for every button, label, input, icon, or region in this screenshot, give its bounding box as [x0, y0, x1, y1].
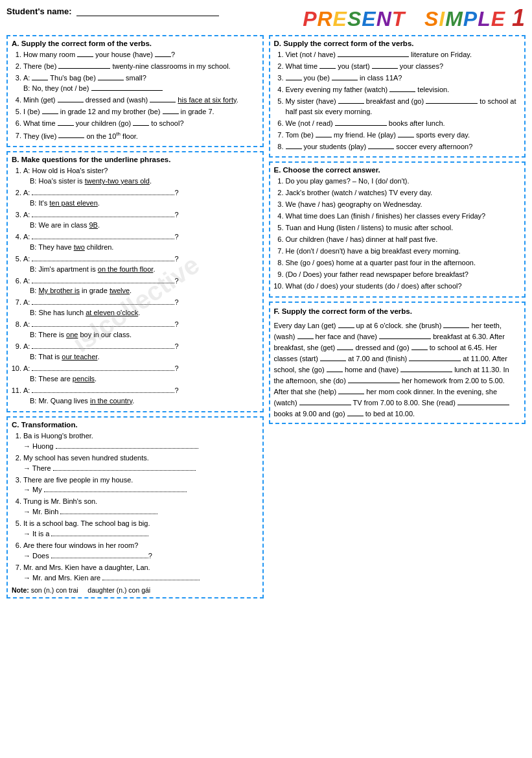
right-column: D. Supply the correct form of the verbs.… [266, 35, 526, 602]
section-b: B. Make questions for the underline phra… [6, 151, 264, 412]
list-item: We (not / read) books after lunch. [286, 119, 521, 129]
section-d-title: D. Supply the correct form of the verbs. [274, 40, 521, 47]
list-item: (Do / Does) your father read newspaper b… [286, 270, 521, 280]
list-item: A: ? B: These are pencils. [23, 364, 259, 385]
list-item: How many room your house (have) ? [23, 50, 259, 60]
list-item: A: ? B: Mr. Quang lives in the country. [23, 386, 259, 407]
page-title: PRESENT SIMPLE 1 [303, 6, 526, 30]
list-item: Ba is Huong's brother. → Huong [23, 431, 259, 452]
section-f-title: F. Supply the correct form of the verbs. [274, 306, 521, 318]
section-b-list: A: How old is Hoa's sister? B: Hoa's sis… [12, 166, 259, 407]
student-name-label: Student's name: [6, 6, 219, 16]
list-item: Minh (get) dressed and (wash) his face a… [23, 95, 259, 106]
section-a-list: How many room your house (have) ? There … [12, 50, 259, 141]
section-d: D. Supply the correct form of the verbs.… [269, 35, 526, 158]
list-item: A: ? B: My brother is in grade twelve. [23, 276, 259, 297]
list-item: What time you (start) your classes? [286, 62, 521, 72]
list-item: A: ? B: They have two children. [23, 232, 259, 253]
list-item: Do you play games? – No, I (do/ don't). [286, 176, 521, 187]
list-item: I (be) in grade 12 and my brother (be) i… [23, 107, 259, 117]
list-item: Tuan and Hung (listen / listens) to musi… [286, 223, 521, 233]
list-item: What time your children (go) to school? [23, 119, 259, 129]
list-item: It is a school bag. The school bag is bi… [23, 519, 259, 539]
underline-text: his face at six forty [178, 96, 236, 104]
section-c-list: Ba is Huong's brother. → Huong My school… [12, 431, 259, 584]
list-item: Every evening my father (watch) televisi… [286, 85, 521, 95]
list-item: They (live) on the 10th floor. [23, 130, 259, 142]
section-a-title: A. Supply the correct form of the verbs. [12, 40, 259, 47]
list-item: Tom (be) my friend. He (play) sports eve… [286, 130, 521, 141]
section-e-title: E. Choose the correct answer. [274, 166, 521, 174]
list-item: your students (play) soccer every aftern… [286, 142, 521, 152]
name-line [76, 8, 219, 16]
list-item: Mr. and Mrs. Kien have a daughter, Lan. … [23, 563, 259, 584]
list-item: My school has seven hundred students. → … [23, 453, 259, 474]
list-item: My sister (have) breakfast and (go) to s… [286, 97, 521, 117]
list-item: A: ? B: She has lunch at eleven o'clock. [23, 298, 259, 318]
header: Student's name: PRESENT SIMPLE 1 [6, 6, 526, 30]
list-item: Trung is Mr. Binh's son. → Mr. Binh [23, 497, 259, 517]
list-item: Jack's brother (watch / watches) TV ever… [286, 188, 521, 198]
list-item: We (have / has) geography on Wednesday. [286, 200, 521, 210]
section-c-title: C. Transformation. [12, 421, 259, 429]
list-item: She (go / goes) home at a quarter past f… [286, 258, 521, 268]
list-item: What (do / does) your students (do / doe… [286, 281, 521, 292]
list-item: There are five people in my house. → My [23, 475, 259, 496]
section-e: E. Choose the correct answer. Do you pla… [269, 161, 526, 297]
left-column: A. Supply the correct form of the verbs.… [6, 35, 266, 602]
note-section: Note: son (n.) con trai daughter (n.) co… [12, 586, 259, 594]
list-item: A: ? B: There is one boy in our class. [23, 320, 259, 340]
section-a: A. Supply the correct form of the verbs.… [6, 35, 264, 147]
section-c: C. Transformation. Ba is Huong's brother… [6, 416, 264, 598]
list-item: A: How old is Hoa's sister? B: Hoa's sis… [23, 166, 259, 187]
list-item: A: ? B: We are in class 9B. [23, 210, 259, 231]
list-item: you (be) in class 11A? [286, 73, 521, 84]
list-item: Are there four windows in her room? → Do… [23, 541, 259, 562]
main-grid: A. Supply the correct form of the verbs.… [6, 35, 526, 602]
section-d-list: Viet (not / have) literature on Friday. … [274, 50, 521, 152]
list-item: A: ? B: It's ten past eleven. [23, 188, 259, 209]
section-f: F. Supply the correct form of the verbs.… [269, 302, 526, 424]
list-item: A: ? B: Jim's apartment is on the fourth… [23, 254, 259, 275]
section-e-list: Do you play games? – No, I (do/ don't). … [274, 176, 521, 291]
list-item: He (don't / doesn't) have a big breakfas… [286, 246, 521, 257]
list-item: There (be) twenty-nine classrooms in my … [23, 62, 259, 72]
list-item: What time does Lan (finish / finishes) h… [286, 211, 521, 222]
list-item: Viet (not / have) literature on Friday. [286, 50, 521, 60]
list-item: A: Thu's bag (be) small?B: No, they (not… [23, 73, 259, 94]
section-b-title: B. Make questions for the underline phra… [12, 156, 259, 163]
section-f-text: Every day Lan (get) up at 6 o'clock. she… [274, 320, 521, 420]
list-item: A: ? B: That is our teacher. [23, 342, 259, 362]
list-item: Our children (have / has) dinner at half… [286, 235, 521, 245]
